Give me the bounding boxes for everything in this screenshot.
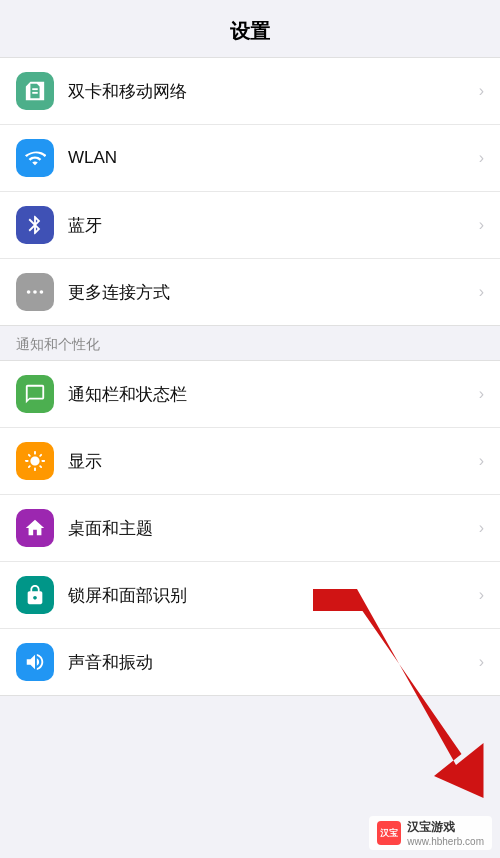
- sidebar-item-sound[interactable]: 声音和振动 ›: [0, 629, 500, 695]
- wlan-label: WLAN: [68, 148, 471, 168]
- sidebar-item-lock-screen[interactable]: 锁屏和面部识别 ›: [0, 562, 500, 629]
- bluetooth-icon: [16, 206, 54, 244]
- chevron-icon: ›: [479, 586, 484, 604]
- svg-rect-0: [32, 88, 38, 90]
- dual-sim-label: 双卡和移动网络: [68, 80, 471, 103]
- svg-point-4: [40, 290, 44, 294]
- chevron-icon: ›: [479, 283, 484, 301]
- personalization-section: 通知栏和状态栏 › 显示 › 桌面和主题 › 锁屏和面部识别 ›: [0, 360, 500, 696]
- notification-label: 通知栏和状态栏: [68, 383, 471, 406]
- sound-icon: [16, 643, 54, 681]
- watermark-label: 汉宝游戏 www.hbherb.com: [407, 819, 484, 847]
- sidebar-item-wlan[interactable]: WLAN ›: [0, 125, 500, 192]
- desktop-theme-icon: [16, 509, 54, 547]
- chevron-icon: ›: [479, 82, 484, 100]
- chevron-icon: ›: [479, 216, 484, 234]
- svg-point-2: [27, 290, 31, 294]
- dual-sim-icon: [16, 72, 54, 110]
- watermark-icon: 汉宝: [377, 821, 401, 845]
- sidebar-item-notification[interactable]: 通知栏和状态栏 ›: [0, 361, 500, 428]
- watermark: 汉宝 汉宝游戏 www.hbherb.com: [369, 816, 492, 850]
- sound-label: 声音和振动: [68, 651, 471, 674]
- more-connections-label: 更多连接方式: [68, 281, 471, 304]
- bluetooth-label: 蓝牙: [68, 214, 471, 237]
- lock-screen-label: 锁屏和面部识别: [68, 584, 471, 607]
- more-connections-icon: [16, 273, 54, 311]
- connectivity-section: 双卡和移动网络 › WLAN › 蓝牙 › 更多连接方式: [0, 57, 500, 326]
- chevron-icon: ›: [479, 149, 484, 167]
- chevron-icon: ›: [479, 385, 484, 403]
- display-icon: [16, 442, 54, 480]
- chevron-icon: ›: [479, 519, 484, 537]
- sidebar-item-display[interactable]: 显示 ›: [0, 428, 500, 495]
- notification-icon: [16, 375, 54, 413]
- chevron-icon: ›: [479, 452, 484, 470]
- display-label: 显示: [68, 450, 471, 473]
- sidebar-item-dual-sim[interactable]: 双卡和移动网络 ›: [0, 58, 500, 125]
- svg-point-3: [33, 290, 37, 294]
- sidebar-item-desktop-theme[interactable]: 桌面和主题 ›: [0, 495, 500, 562]
- svg-rect-1: [32, 92, 38, 94]
- lock-screen-icon: [16, 576, 54, 614]
- page-header: 设置: [0, 0, 500, 57]
- chevron-icon: ›: [479, 653, 484, 671]
- wlan-icon: [16, 139, 54, 177]
- desktop-theme-label: 桌面和主题: [68, 517, 471, 540]
- sidebar-item-bluetooth[interactable]: 蓝牙 ›: [0, 192, 500, 259]
- personalization-section-label: 通知和个性化: [0, 326, 500, 360]
- page-title: 设置: [230, 20, 270, 42]
- sidebar-item-more-connections[interactable]: 更多连接方式 ›: [0, 259, 500, 325]
